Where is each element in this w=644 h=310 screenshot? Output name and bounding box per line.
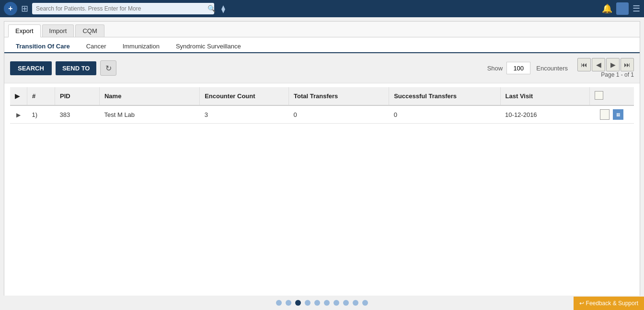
tab-export[interactable]: Export bbox=[8, 24, 41, 37]
row-calendar-icon[interactable]: ▦ bbox=[613, 109, 623, 120]
table-row: ▶ 1) 383 Test M Lab 3 0 0 10-12-2016 ▦ bbox=[10, 105, 634, 124]
search-icon: 🔍 bbox=[207, 5, 216, 12]
tab-immunization[interactable]: Immunization bbox=[115, 40, 167, 53]
dot-8[interactable] bbox=[343, 300, 349, 306]
header-successful-transfers: Successful Transfers bbox=[389, 87, 500, 105]
row-expand-arrow[interactable]: ▶ bbox=[10, 105, 27, 124]
tab-import[interactable]: Import bbox=[42, 24, 74, 37]
header-doc-icon bbox=[595, 91, 603, 100]
app-logo[interactable]: + bbox=[4, 2, 17, 15]
table-wrapper: ▶ # PID Name Encounter Count Total Trans… bbox=[4, 83, 640, 127]
dot-7[interactable] bbox=[334, 300, 339, 306]
tab-cancer[interactable]: Cancer bbox=[79, 40, 114, 53]
toolbar: SEARCH SEND TO ↻ Show Encounters ⏮ ◀ ▶ ⏭… bbox=[4, 53, 640, 83]
header-actions bbox=[589, 87, 634, 105]
feedback-button[interactable]: ↩ Feedback & Support bbox=[574, 297, 644, 310]
header-expand: ▶ bbox=[10, 87, 27, 105]
dot-10[interactable] bbox=[362, 300, 368, 306]
row-document-icon[interactable] bbox=[600, 109, 610, 120]
tab-cqm[interactable]: CQM bbox=[75, 24, 104, 37]
feedback-icon: ↩ bbox=[579, 300, 584, 307]
refresh-button[interactable]: ↻ bbox=[100, 60, 116, 76]
show-label: Show bbox=[487, 65, 503, 72]
header-last-visit: Last Visit bbox=[500, 87, 589, 105]
grid-icon[interactable]: ⊞ bbox=[21, 3, 28, 14]
header-name: Name bbox=[99, 87, 199, 105]
refresh-icon: ↻ bbox=[105, 64, 112, 73]
bell-icon[interactable]: 🔔 bbox=[602, 3, 612, 14]
bottom-navigation bbox=[0, 296, 644, 310]
dot-5[interactable] bbox=[314, 300, 320, 306]
hamburger-menu-icon[interactable]: ☰ bbox=[632, 3, 640, 14]
data-table: ▶ # PID Name Encounter Count Total Trans… bbox=[10, 87, 634, 124]
dot-4[interactable] bbox=[305, 300, 310, 306]
row-successful-transfers: 0 bbox=[389, 105, 500, 124]
top-tabs-row: Export Import CQM bbox=[4, 22, 640, 37]
pagination-controls: ⏮ ◀ ▶ ⏭ Page 1 - of 1 bbox=[572, 58, 634, 78]
search-button[interactable]: SEARCH bbox=[10, 61, 52, 75]
row-num: 1) bbox=[27, 105, 55, 124]
prev-page-button[interactable]: ◀ bbox=[592, 58, 605, 71]
next-page-button[interactable]: ▶ bbox=[606, 58, 620, 71]
dot-3[interactable] bbox=[295, 300, 301, 306]
page-info: Page 1 - of 1 bbox=[601, 71, 634, 78]
topbar: + ⊞ 🔍 ⧫ 🔔 ☰ bbox=[0, 0, 644, 17]
row-action-icons: ▦ bbox=[589, 105, 634, 124]
header-total-transfers: Total Transfers bbox=[289, 87, 389, 105]
row-name: Test M Lab bbox=[99, 105, 199, 124]
dot-2[interactable] bbox=[286, 300, 291, 306]
row-pid: 383 bbox=[55, 105, 100, 124]
dot-1[interactable] bbox=[276, 300, 282, 306]
last-page-button[interactable]: ⏭ bbox=[621, 58, 634, 71]
dot-9[interactable] bbox=[353, 300, 358, 306]
main-content: Export Import CQM Transition Of Care Can… bbox=[4, 21, 640, 306]
header-expand-icon: ▶ bbox=[15, 92, 20, 100]
tab-transition-of-care[interactable]: Transition Of Care bbox=[8, 40, 78, 53]
header-encounter-count: Encounter Count bbox=[200, 87, 289, 105]
search-input[interactable] bbox=[32, 3, 214, 14]
sub-tabs-row: Transition Of Care Cancer Immunization S… bbox=[4, 37, 640, 53]
row-encounter-count: 3 bbox=[200, 105, 289, 124]
feedback-label: Feedback & Support bbox=[586, 300, 638, 307]
table-header-row: ▶ # PID Name Encounter Count Total Trans… bbox=[10, 87, 634, 105]
show-count-input[interactable] bbox=[506, 62, 530, 74]
row-total-transfers: 0 bbox=[289, 105, 389, 124]
dot-6[interactable] bbox=[324, 300, 330, 306]
row-last-visit: 10-12-2016 bbox=[500, 105, 589, 124]
encounters-label: Encounters bbox=[536, 65, 568, 72]
first-page-button[interactable]: ⏮ bbox=[577, 58, 591, 71]
sendto-button[interactable]: SEND TO bbox=[56, 61, 97, 75]
avatar[interactable] bbox=[616, 2, 629, 15]
header-pid: PID bbox=[55, 87, 100, 105]
header-num: # bbox=[27, 87, 55, 105]
filter-icon[interactable]: ⧫ bbox=[221, 4, 225, 13]
tab-syndromic-surveillance[interactable]: Syndromic Surveillance bbox=[168, 40, 249, 53]
